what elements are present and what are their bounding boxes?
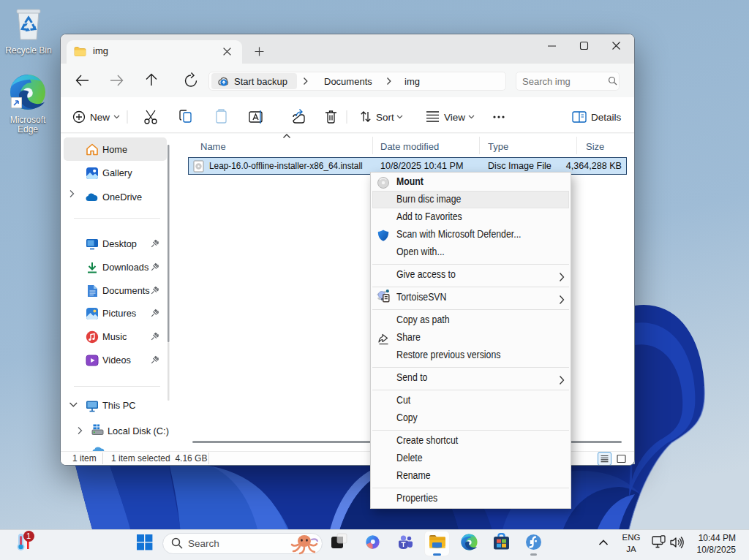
svg-text:New: New	[90, 112, 110, 123]
svg-text:Details: Details	[591, 112, 622, 123]
svg-text:Sort: Sort	[376, 112, 394, 123]
svg-text:View: View	[444, 112, 465, 123]
